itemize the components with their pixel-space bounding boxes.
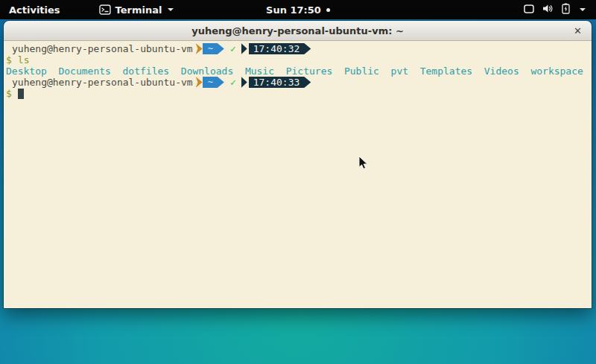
prompt-cwd: ~ xyxy=(208,43,213,54)
powerline-arrow-icon xyxy=(241,43,247,54)
clock-label: Sun 17:50 xyxy=(266,4,321,16)
notification-dot-icon xyxy=(326,8,330,12)
prompt-symbol: $ xyxy=(6,88,12,99)
prompt-user-host: yuheng@henry-personal-ubuntu-vm xyxy=(12,43,193,54)
prompt-symbol: $ xyxy=(6,54,12,66)
prompt-cwd: ~ xyxy=(208,77,213,88)
terminal-window: yuheng@henry-personal-ubuntu-vm: ~ ✕ yuh… xyxy=(4,21,592,308)
system-status-area[interactable] xyxy=(518,0,592,19)
activities-button[interactable]: Activities xyxy=(0,0,69,19)
terminal-content[interactable]: yuheng@henry-personal-ubuntu-vm ~ ✓ 17:4… xyxy=(4,41,592,308)
battery-charging-icon xyxy=(562,3,570,16)
prompt-line-2: yuheng@henry-personal-ubuntu-vm ~ ✓ 17:4… xyxy=(4,77,592,88)
volume-icon xyxy=(542,4,554,16)
typed-command: ls xyxy=(18,54,30,66)
powerline-chevron-icon xyxy=(196,77,203,88)
powerline-arrow-icon xyxy=(241,77,247,88)
prompt-line-1: yuheng@henry-personal-ubuntu-vm ~ ✓ 17:4… xyxy=(4,43,592,54)
powerline-cwd-segment: ~ xyxy=(203,43,224,54)
powerline-time-segment: 17:40:32 xyxy=(249,43,311,54)
prompt-timestamp: 17:40:32 xyxy=(253,43,300,54)
terminal-icon xyxy=(99,4,111,15)
app-menu-label: Terminal xyxy=(115,4,162,16)
command-line: $ ls xyxy=(4,54,592,66)
powerline-cwd-segment: ~ xyxy=(203,77,224,88)
prompt-user-host: yuheng@henry-personal-ubuntu-vm xyxy=(12,77,193,88)
desktop: { "top_bar": { "activities": "Activities… xyxy=(0,0,596,364)
chevron-down-icon xyxy=(168,8,174,11)
powerline-chevron-icon xyxy=(196,43,203,54)
top-bar: Activities Terminal Sun 17:50 xyxy=(0,0,596,19)
app-menu-terminal[interactable]: Terminal xyxy=(90,0,183,19)
chevron-down-icon xyxy=(580,8,586,11)
text-cursor xyxy=(18,89,24,99)
clock-button[interactable]: Sun 17:50 xyxy=(266,0,330,19)
ls-output-line: Desktop Documents dotfiles Downloads Mus… xyxy=(4,66,592,77)
prompt-timestamp: 17:40:33 xyxy=(253,77,300,88)
checkmark-icon: ✓ xyxy=(230,77,236,88)
close-button[interactable]: ✕ xyxy=(574,25,582,36)
window-title: yuheng@henry-personal-ubuntu-vm: ~ xyxy=(191,25,404,36)
checkmark-icon: ✓ xyxy=(230,43,236,54)
input-line[interactable]: $ xyxy=(4,88,592,99)
window-titlebar[interactable]: yuheng@henry-personal-ubuntu-vm: ~ ✕ xyxy=(4,21,592,41)
powerline-time-segment: 17:40:33 xyxy=(249,77,311,88)
display-icon xyxy=(524,4,534,16)
